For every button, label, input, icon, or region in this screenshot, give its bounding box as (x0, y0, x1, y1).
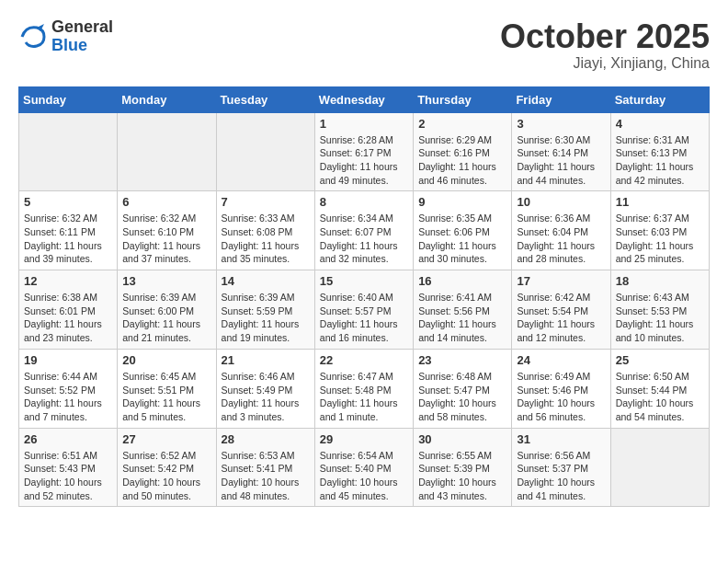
calendar-header-row: SundayMondayTuesdayWednesdayThursdayFrid… (19, 86, 710, 112)
calendar-cell: 23Sunrise: 6:48 AM Sunset: 5:47 PM Dayli… (414, 349, 512, 428)
day-info: Sunrise: 6:43 AM Sunset: 5:53 PM Dayligh… (616, 291, 704, 345)
calendar-week-5: 26Sunrise: 6:51 AM Sunset: 5:43 PM Dayli… (19, 428, 710, 507)
day-info: Sunrise: 6:42 AM Sunset: 5:54 PM Dayligh… (517, 291, 605, 345)
day-info: Sunrise: 6:45 AM Sunset: 5:51 PM Dayligh… (122, 370, 210, 424)
day-number: 10 (517, 195, 605, 209)
day-info: Sunrise: 6:37 AM Sunset: 6:03 PM Dayligh… (616, 212, 704, 266)
calendar-cell: 31Sunrise: 6:56 AM Sunset: 5:37 PM Dayli… (512, 428, 610, 507)
calendar-cell: 20Sunrise: 6:45 AM Sunset: 5:51 PM Dayli… (118, 349, 216, 428)
day-number: 1 (320, 117, 408, 131)
calendar-cell: 1Sunrise: 6:28 AM Sunset: 6:17 PM Daylig… (314, 112, 413, 191)
day-number: 11 (616, 195, 704, 209)
calendar-cell: 19Sunrise: 6:44 AM Sunset: 5:52 PM Dayli… (19, 349, 118, 428)
calendar-cell: 21Sunrise: 6:46 AM Sunset: 5:49 PM Dayli… (216, 349, 314, 428)
day-info: Sunrise: 6:44 AM Sunset: 5:52 PM Dayligh… (24, 370, 112, 424)
location-text: Jiayi, Xinjiang, China (500, 55, 710, 72)
title-block: October 2025 Jiayi, Xinjiang, China (500, 18, 710, 72)
day-number: 20 (122, 353, 210, 367)
day-number: 30 (418, 432, 506, 446)
day-number: 9 (418, 195, 506, 209)
logo-blue-text: Blue (51, 37, 113, 55)
calendar-cell: 9Sunrise: 6:35 AM Sunset: 6:06 PM Daylig… (414, 191, 512, 270)
day-number: 21 (222, 353, 310, 367)
calendar-cell: 16Sunrise: 6:41 AM Sunset: 5:56 PM Dayli… (414, 270, 512, 350)
calendar-header-thursday: Thursday (414, 86, 512, 112)
logo-general-text: General (51, 18, 113, 37)
day-number: 12 (24, 274, 112, 288)
calendar-week-3: 12Sunrise: 6:38 AM Sunset: 6:01 PM Dayli… (19, 270, 710, 350)
calendar-cell (118, 112, 216, 191)
calendar-header-saturday: Saturday (610, 86, 709, 112)
calendar-cell: 6Sunrise: 6:32 AM Sunset: 6:10 PM Daylig… (118, 191, 216, 270)
day-info: Sunrise: 6:47 AM Sunset: 5:48 PM Dayligh… (320, 370, 408, 424)
day-info: Sunrise: 6:38 AM Sunset: 6:01 PM Dayligh… (24, 291, 112, 345)
calendar-cell: 25Sunrise: 6:50 AM Sunset: 5:44 PM Dayli… (610, 349, 709, 428)
day-number: 27 (122, 432, 210, 446)
day-info: Sunrise: 6:41 AM Sunset: 5:56 PM Dayligh… (418, 291, 506, 345)
calendar-header-wednesday: Wednesday (314, 86, 413, 112)
day-info: Sunrise: 6:39 AM Sunset: 5:59 PM Dayligh… (222, 291, 310, 345)
calendar-cell (610, 428, 709, 507)
calendar-cell (216, 112, 314, 191)
day-info: Sunrise: 6:35 AM Sunset: 6:06 PM Dayligh… (418, 212, 506, 266)
day-number: 2 (418, 117, 506, 131)
day-info: Sunrise: 6:54 AM Sunset: 5:40 PM Dayligh… (320, 449, 408, 503)
day-number: 17 (517, 274, 605, 288)
calendar-cell: 27Sunrise: 6:52 AM Sunset: 5:42 PM Dayli… (118, 428, 216, 507)
day-number: 22 (320, 353, 408, 367)
day-info: Sunrise: 6:46 AM Sunset: 5:49 PM Dayligh… (222, 370, 310, 424)
day-number: 19 (24, 353, 112, 367)
calendar-table: SundayMondayTuesdayWednesdayThursdayFrid… (18, 86, 710, 508)
calendar-header-sunday: Sunday (19, 86, 118, 112)
calendar-header-tuesday: Tuesday (216, 86, 314, 112)
day-number: 3 (517, 117, 605, 131)
calendar-cell: 2Sunrise: 6:29 AM Sunset: 6:16 PM Daylig… (414, 112, 512, 191)
day-info: Sunrise: 6:39 AM Sunset: 6:00 PM Dayligh… (122, 291, 210, 345)
day-number: 14 (222, 274, 310, 288)
calendar-cell: 18Sunrise: 6:43 AM Sunset: 5:53 PM Dayli… (610, 270, 709, 350)
day-number: 25 (616, 353, 704, 367)
day-number: 26 (24, 432, 112, 446)
day-number: 5 (24, 195, 112, 209)
day-number: 29 (320, 432, 408, 446)
calendar-cell: 15Sunrise: 6:40 AM Sunset: 5:57 PM Dayli… (314, 270, 413, 350)
calendar-header-monday: Monday (118, 86, 216, 112)
calendar-cell: 8Sunrise: 6:34 AM Sunset: 6:07 PM Daylig… (314, 191, 413, 270)
day-info: Sunrise: 6:49 AM Sunset: 5:46 PM Dayligh… (517, 370, 605, 424)
day-info: Sunrise: 6:32 AM Sunset: 6:11 PM Dayligh… (24, 212, 112, 266)
logo-icon (18, 22, 48, 52)
day-info: Sunrise: 6:34 AM Sunset: 6:07 PM Dayligh… (320, 212, 408, 266)
calendar-cell: 12Sunrise: 6:38 AM Sunset: 6:01 PM Dayli… (19, 270, 118, 350)
calendar-cell (19, 112, 118, 191)
day-info: Sunrise: 6:32 AM Sunset: 6:10 PM Dayligh… (122, 212, 210, 266)
page-header: General Blue October 2025 Jiayi, Xinjian… (18, 18, 710, 72)
day-number: 8 (320, 195, 408, 209)
calendar-cell: 13Sunrise: 6:39 AM Sunset: 6:00 PM Dayli… (118, 270, 216, 350)
day-number: 13 (122, 274, 210, 288)
calendar-cell: 10Sunrise: 6:36 AM Sunset: 6:04 PM Dayli… (512, 191, 610, 270)
logo: General Blue (18, 18, 113, 55)
day-number: 15 (320, 274, 408, 288)
calendar-cell: 3Sunrise: 6:30 AM Sunset: 6:14 PM Daylig… (512, 112, 610, 191)
calendar-week-2: 5Sunrise: 6:32 AM Sunset: 6:11 PM Daylig… (19, 191, 710, 270)
calendar-cell: 11Sunrise: 6:37 AM Sunset: 6:03 PM Dayli… (610, 191, 709, 270)
month-title: October 2025 (500, 18, 710, 55)
day-info: Sunrise: 6:50 AM Sunset: 5:44 PM Dayligh… (616, 370, 704, 424)
day-info: Sunrise: 6:52 AM Sunset: 5:42 PM Dayligh… (122, 449, 210, 503)
calendar-cell: 30Sunrise: 6:55 AM Sunset: 5:39 PM Dayli… (414, 428, 512, 507)
calendar-week-4: 19Sunrise: 6:44 AM Sunset: 5:52 PM Dayli… (19, 349, 710, 428)
calendar-cell: 17Sunrise: 6:42 AM Sunset: 5:54 PM Dayli… (512, 270, 610, 350)
calendar-cell: 24Sunrise: 6:49 AM Sunset: 5:46 PM Dayli… (512, 349, 610, 428)
calendar-cell: 28Sunrise: 6:53 AM Sunset: 5:41 PM Dayli… (216, 428, 314, 507)
day-number: 23 (418, 353, 506, 367)
calendar-week-1: 1Sunrise: 6:28 AM Sunset: 6:17 PM Daylig… (19, 112, 710, 191)
day-info: Sunrise: 6:40 AM Sunset: 5:57 PM Dayligh… (320, 291, 408, 345)
day-info: Sunrise: 6:48 AM Sunset: 5:47 PM Dayligh… (418, 370, 506, 424)
day-number: 6 (122, 195, 210, 209)
day-info: Sunrise: 6:33 AM Sunset: 6:08 PM Dayligh… (222, 212, 310, 266)
day-number: 7 (222, 195, 310, 209)
calendar-cell: 5Sunrise: 6:32 AM Sunset: 6:11 PM Daylig… (19, 191, 118, 270)
calendar-cell: 22Sunrise: 6:47 AM Sunset: 5:48 PM Dayli… (314, 349, 413, 428)
day-info: Sunrise: 6:36 AM Sunset: 6:04 PM Dayligh… (517, 212, 605, 266)
day-info: Sunrise: 6:30 AM Sunset: 6:14 PM Dayligh… (517, 133, 605, 188)
